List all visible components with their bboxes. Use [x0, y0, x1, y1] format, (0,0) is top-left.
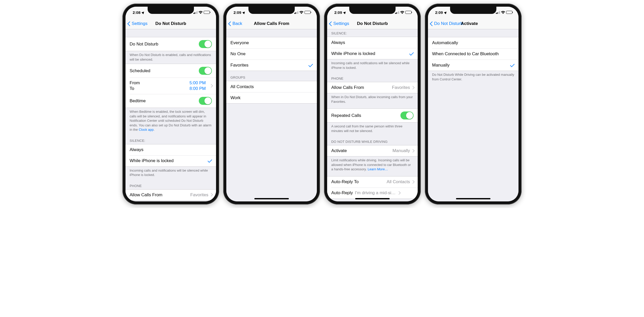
row-scheduled[interactable]: Scheduled: [126, 64, 216, 78]
footer-text: Incoming calls and notifications will be…: [126, 167, 216, 179]
signal-icon: [496, 11, 500, 14]
row-label: Manually: [432, 63, 510, 68]
nav-bar: Do Not Disturb Activate: [428, 18, 518, 29]
row-autoreply[interactable]: Auto-Reply I'm driving a mid-size vehicl…: [327, 188, 418, 199]
switch-on[interactable]: [199, 67, 212, 75]
content[interactable]: Everyone No One Favorites GROUPS All Con…: [226, 29, 317, 201]
learn-more-link[interactable]: Learn More…: [368, 167, 388, 171]
checkmark-icon: [510, 64, 514, 67]
status-time: 2:09: [234, 10, 241, 15]
row-favorites[interactable]: Favorites: [226, 60, 317, 71]
section-header-phone: PHONE: [327, 72, 418, 82]
content[interactable]: SILENCE: Always While iPhone is locked I…: [327, 29, 418, 201]
back-label: Back: [232, 21, 242, 26]
row-detail: Manually: [392, 148, 410, 153]
status-time: 2:09: [435, 10, 443, 15]
content[interactable]: Do Not Disturb When Do Not Disturb is en…: [126, 29, 216, 201]
battery-icon: [305, 11, 311, 14]
back-button[interactable]: Settings: [128, 21, 147, 26]
row-repeated-calls[interactable]: Repeated Calls: [327, 108, 418, 123]
clock-app-link[interactable]: Clock app: [139, 128, 154, 132]
status-time: 2:08: [133, 10, 140, 15]
checkmark-icon: [309, 64, 313, 67]
chevron-right-icon: [412, 180, 414, 184]
row-work[interactable]: Work: [226, 92, 317, 104]
signal-icon: [193, 11, 198, 14]
back-button[interactable]: Back: [228, 21, 242, 26]
row-activate[interactable]: Activate Manually: [327, 145, 418, 156]
switch-on[interactable]: [199, 97, 212, 105]
section-header-driving: DO NOT DISTURB WHILE DRIVING: [327, 135, 418, 145]
row-label: All Contacts: [230, 84, 313, 89]
row-label: Bedtime: [130, 98, 199, 104]
row-always[interactable]: Always: [327, 37, 418, 48]
switch-on[interactable]: [400, 111, 414, 119]
nav-bar: Settings Do Not Disturb: [327, 18, 418, 29]
row-label: Auto-Reply To: [331, 179, 387, 184]
row-label: Work: [230, 95, 313, 100]
signal-icon: [395, 11, 399, 14]
row-while-locked[interactable]: While iPhone is locked: [327, 48, 418, 59]
content[interactable]: Automatically When Connected to Car Blue…: [428, 29, 518, 201]
home-indicator[interactable]: [355, 198, 390, 199]
to-value: 8:00 PM: [190, 86, 206, 91]
row-label: Automatically: [432, 40, 514, 45]
back-label: Settings: [132, 21, 147, 26]
chevron-right-icon: [210, 84, 212, 88]
footer-text: Incoming calls and notifications will be…: [327, 59, 418, 72]
back-button[interactable]: Do Not Disturb: [430, 21, 463, 26]
row-schedule-time[interactable]: From5:00 PM To8:00 PM: [126, 78, 216, 94]
home-indicator[interactable]: [254, 198, 289, 199]
row-label: Everyone: [230, 40, 313, 45]
screen: 2:09 Do Not Disturb Activate Automatical…: [428, 7, 518, 201]
row-autoreply-to[interactable]: Auto-Reply To All Contacts: [327, 176, 418, 188]
back-label: Do Not Disturb: [434, 21, 463, 26]
phone-frame-2: 2:09 Back Allow Calls From Everyone No O…: [223, 4, 320, 204]
phone-frame-3: 2:09 Settings Do Not Disturb SILENCE: Al…: [324, 4, 421, 204]
phone-frame-4: 2:09 Do Not Disturb Activate Automatical…: [425, 4, 522, 204]
row-label: Scheduled: [130, 68, 199, 73]
switch-on[interactable]: [199, 40, 212, 48]
row-label: Always: [130, 147, 212, 152]
footer-text: When Do Not Disturb is enabled, calls an…: [126, 51, 216, 64]
nav-bar: Settings Do Not Disturb: [126, 18, 216, 29]
back-button[interactable]: Settings: [329, 21, 349, 26]
row-always[interactable]: Always: [126, 144, 216, 155]
chevron-left-icon: [430, 21, 433, 26]
row-dnd-toggle[interactable]: Do Not Disturb: [126, 37, 216, 51]
home-indicator[interactable]: [456, 198, 490, 199]
footer-text: A second call from the same person withi…: [327, 123, 418, 135]
row-everyone[interactable]: Everyone: [226, 37, 317, 48]
row-label: No One: [230, 51, 313, 57]
row-bedtime[interactable]: Bedtime: [126, 94, 216, 108]
row-while-locked[interactable]: While iPhone is locked: [126, 155, 216, 167]
row-label: Activate: [331, 148, 392, 153]
chevron-left-icon: [128, 21, 131, 26]
checkmark-icon: [409, 52, 414, 55]
notch: [248, 7, 295, 14]
row-allow-calls[interactable]: Allow Calls From Favorites: [126, 189, 216, 201]
row-automatically[interactable]: Automatically: [428, 37, 518, 48]
row-manually[interactable]: Manually: [428, 60, 518, 71]
checkmark-icon: [208, 159, 212, 162]
section-header-phone: PHONE: [126, 179, 216, 189]
row-detail: I'm driving a mid-size vehicle ri…: [355, 190, 396, 195]
section-header-silence: SILENCE:: [327, 29, 418, 37]
from-label: From: [130, 80, 140, 86]
row-all-contacts[interactable]: All Contacts: [226, 81, 317, 92]
row-detail: Favorites: [190, 192, 208, 198]
battery-icon: [506, 11, 512, 14]
section-header-groups: GROUPS: [226, 71, 317, 81]
location-icon: [141, 11, 145, 14]
row-label: Repeated Calls: [331, 113, 400, 118]
chevron-right-icon: [412, 86, 414, 89]
wifi-icon: [501, 11, 505, 14]
row-label: Allow Calls From: [331, 85, 392, 90]
row-car-bluetooth[interactable]: When Connected to Car Bluetooth: [428, 48, 518, 60]
wifi-icon: [199, 11, 203, 14]
battery-icon: [405, 11, 412, 14]
row-no-one[interactable]: No One: [226, 48, 317, 60]
row-label: Do Not Disturb: [130, 42, 199, 47]
screen: 2:09 Back Allow Calls From Everyone No O…: [226, 7, 317, 201]
row-allow-calls[interactable]: Allow Calls From Favorites: [327, 82, 418, 93]
